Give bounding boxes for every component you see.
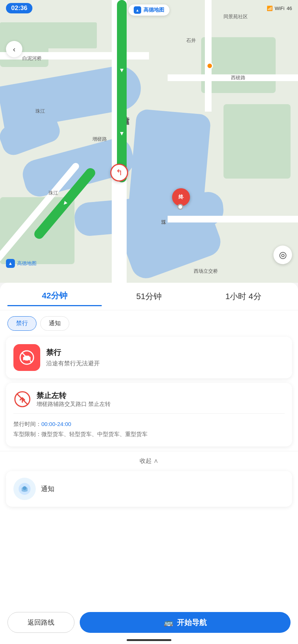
notification-label: 通知 [41,484,54,493]
location-button[interactable]: ◎ [273,246,292,264]
label-zhujiang-2: 珠江 [48,190,58,196]
alert-card: 禁行 沿途有禁行无法避开 [6,337,292,378]
status-bar: 02:36 📶 WiFi 46 [0,0,298,16]
filter-tabs: 禁行 通知 [0,310,298,337]
svg-point-5 [24,360,26,362]
land-3 [224,104,291,179]
map-back-button[interactable]: ‹ [6,41,22,57]
collapse-button[interactable]: 收起 ∧ [0,451,298,471]
road-vertical-1 [205,0,212,112]
alert-title: 禁行 [46,347,100,358]
detail-subtitle: 增槎路辅路交叉路口 禁止左转 [37,401,111,408]
end-dot [177,204,183,210]
battery-icon: 46 [287,6,292,11]
label-xichang: 西场立交桥 [194,268,218,275]
map-area[interactable]: ▼ ▼ ▼ ↰ 终 白泥河桥 珠江 珠江 增槎路 许广高速 西场立交桥 同景苑社… [0,0,298,283]
time-tab-1[interactable]: 51分钟 [102,291,196,306]
label-shijing: 石井 [186,37,196,44]
alert-content: 禁行 沿途有禁行无法避开 [46,347,100,368]
back-route-button[interactable]: 返回路线 [7,612,74,633]
detail-divider [13,413,285,414]
detail-time-value: 00:00-24:00 [41,421,71,427]
detail-title: 禁止左转 [37,391,111,401]
notification-peek-card: 通知 [6,471,292,507]
detail-vehicle-value: 微型货车、轻型货车、中型货车、重型货车 [41,431,148,437]
status-icons: 📶 WiFi 46 [267,6,292,11]
gaode-logo-icon: ▲ [6,259,15,268]
label-zhujiang-1: 珠江 [35,108,45,115]
time-tab-0[interactable]: 42分钟 [7,290,102,306]
action-bar: 返回路线 🚌 开始导航 [0,608,298,644]
home-indicator [127,639,171,641]
gaode-logo: ▲ 高德地图 [6,259,37,268]
signal-icon: 📶 [267,6,273,11]
detail-text: 禁止左转 增槎路辅路交叉路口 禁止左转 [37,391,111,408]
wifi-icon: WiFi [275,6,285,11]
detail-time-row: 禁行时间：00:00-24:00 [13,419,285,429]
filter-tab-tongzhi[interactable]: 通知 [40,316,69,331]
bottom-panel: 42分钟 51分钟 1小时 4分 禁行 通知 [0,283,298,644]
end-marker: 终 [172,188,190,206]
label-baini: 白泥河桥 [22,55,42,62]
road-horizontal-3 [168,216,298,222]
navigate-icon: 🚌 [164,618,173,627]
detail-icon [13,390,31,408]
label-zengshe: 增槎路 [92,136,107,142]
status-time: 02:36 [6,3,32,13]
svg-rect-4 [24,356,29,358]
time-tab-2[interactable]: 1小时 4分 [196,291,291,306]
alert-desc: 沿途有禁行无法避开 [46,360,100,368]
svg-point-10 [23,486,26,490]
filter-tab-jinhang[interactable]: 禁行 [7,316,37,331]
detail-card-header: 禁止左转 增槎路辅路交叉路口 禁止左转 [13,390,285,408]
alert-icon [13,344,40,371]
route-vertical: ▼ ▼ [117,0,127,182]
notification-icon [13,478,36,500]
start-navigate-button[interactable]: 🚌 开始导航 [80,612,291,633]
poi-orange [206,63,213,69]
svg-point-6 [28,360,30,362]
turn-marker: ↰ [110,164,128,182]
time-tabs: 42分钟 51分钟 1小时 4分 [0,283,298,310]
detail-card: 禁止左转 增槎路辅路交叉路口 禁止左转 禁行时间：00:00-24:00 车型限… [6,383,292,446]
detail-vehicle-row: 车型限制：微型货车、轻型货车、中型货车、重型货车 [13,429,285,439]
label-xicui: 西槎路 [231,74,245,81]
